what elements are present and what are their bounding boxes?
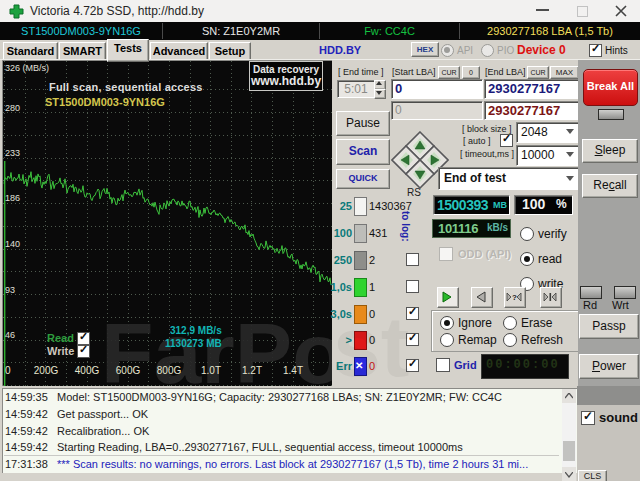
svg-text:?: ? [512,293,517,302]
